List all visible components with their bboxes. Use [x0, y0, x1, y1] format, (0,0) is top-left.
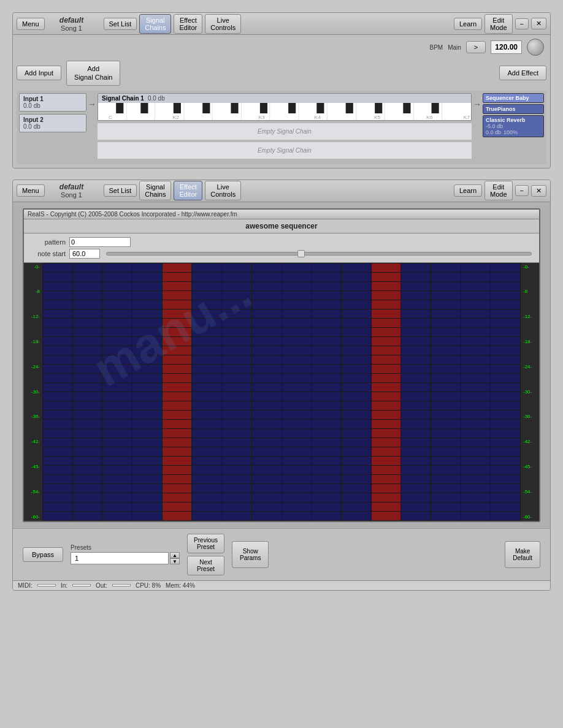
grid-cell[interactable]: [282, 447, 312, 456]
panel2-live-controls-button[interactable]: Live Controls: [205, 181, 241, 200]
grid-cell[interactable]: [461, 420, 491, 428]
grid-cell[interactable]: [252, 383, 282, 392]
grid-cell[interactable]: [491, 273, 520, 281]
grid-cell[interactable]: [342, 392, 371, 401]
grid-cell[interactable]: [163, 392, 192, 401]
grid-cell[interactable]: [282, 328, 312, 336]
grid-cell[interactable]: [461, 457, 491, 465]
grid-cell[interactable]: [461, 392, 491, 401]
grid-cell[interactable]: [312, 411, 341, 419]
panel2-learn-button[interactable]: Learn: [454, 184, 482, 197]
effect-true-pianos[interactable]: TruePianos: [483, 104, 544, 114]
grid-cell[interactable]: [132, 337, 162, 346]
grid-cell[interactable]: [342, 355, 371, 364]
grid-cell[interactable]: [43, 447, 72, 456]
grid-cell[interactable]: [461, 383, 491, 392]
grid-cell[interactable]: [43, 355, 72, 364]
grid-cell[interactable]: [102, 420, 132, 428]
grid-cell[interactable]: [312, 429, 341, 438]
grid-cell[interactable]: [132, 383, 162, 392]
grid-cell[interactable]: [192, 346, 221, 355]
grid-cell[interactable]: [192, 300, 221, 309]
grid-cell[interactable]: [312, 273, 341, 281]
grid-cell[interactable]: [401, 475, 431, 483]
grid-cell[interactable]: [132, 300, 162, 309]
grid-cell[interactable]: [132, 374, 162, 382]
grid-cell[interactable]: [163, 319, 192, 327]
grid-cell[interactable]: [282, 337, 312, 346]
grid-cell[interactable]: [163, 300, 192, 309]
grid-cell[interactable]: [461, 493, 491, 502]
grid-cell[interactable]: [163, 264, 192, 272]
grid-cell[interactable]: [252, 309, 282, 318]
menu-button[interactable]: Menu: [17, 18, 45, 30]
grid-cell[interactable]: [342, 374, 371, 382]
grid-cell[interactable]: [222, 401, 251, 410]
grid-cell[interactable]: [132, 438, 162, 447]
grid-cell[interactable]: [431, 328, 461, 336]
grid-cell[interactable]: [132, 282, 162, 290]
signal-chains-button[interactable]: Signal Chains: [139, 14, 171, 34]
grid-cell[interactable]: [372, 466, 401, 474]
grid-cell[interactable]: [312, 355, 341, 364]
grid-cell[interactable]: [43, 264, 72, 272]
grid-cell[interactable]: [102, 447, 132, 456]
grid-cell[interactable]: [372, 300, 401, 309]
effect-editor-button[interactable]: Effect Editor: [174, 14, 202, 34]
grid-cell[interactable]: [222, 512, 251, 520]
grid-cell[interactable]: [431, 319, 461, 327]
grid-cell[interactable]: [192, 273, 221, 281]
grid-cell[interactable]: [132, 502, 162, 511]
grid-cell[interactable]: [102, 328, 132, 336]
grid-cell[interactable]: [43, 282, 72, 290]
grid-cell[interactable]: [132, 309, 162, 318]
effect-sequencer-baby[interactable]: Sequencer Baby: [483, 93, 544, 103]
grid-cell[interactable]: [163, 328, 192, 336]
grid-cell[interactable]: [282, 429, 312, 438]
grid-cell[interactable]: [282, 484, 312, 493]
grid-cell[interactable]: [401, 512, 431, 520]
grid-cell[interactable]: [222, 493, 251, 502]
grid-cell[interactable]: [461, 282, 491, 290]
grid-col-0[interactable]: [43, 264, 72, 520]
grid-cell[interactable]: [222, 447, 251, 456]
grid-cell[interactable]: [431, 346, 461, 355]
grid-cell[interactable]: [252, 457, 282, 465]
grid-cell[interactable]: [401, 447, 431, 456]
grid-cell[interactable]: [192, 484, 221, 493]
grid-cell[interactable]: [43, 346, 72, 355]
bpm-value[interactable]: 120.00: [491, 40, 522, 54]
grid-cell[interactable]: [372, 383, 401, 392]
grid-cell[interactable]: [43, 466, 72, 474]
grid-cell[interactable]: [461, 365, 491, 373]
grid-cell[interactable]: [163, 493, 192, 502]
grid-cell[interactable]: [431, 466, 461, 474]
grid-cell[interactable]: [222, 328, 251, 336]
grid-cell[interactable]: [252, 374, 282, 382]
grid-cell[interactable]: [372, 355, 401, 364]
grid-cell[interactable]: [252, 282, 282, 290]
grid-cell[interactable]: [192, 392, 221, 401]
grid-cell[interactable]: [401, 457, 431, 465]
grid-cell[interactable]: [282, 457, 312, 465]
grid-cell[interactable]: [43, 319, 72, 327]
grid-cell[interactable]: [163, 337, 192, 346]
grid-cell[interactable]: [342, 502, 371, 511]
grid-cell[interactable]: [431, 291, 461, 300]
grid-cell[interactable]: [461, 401, 491, 410]
grid-cell[interactable]: [431, 309, 461, 318]
grid-cell[interactable]: [102, 374, 132, 382]
grid-cell[interactable]: [491, 346, 520, 355]
grid-cell[interactable]: [132, 466, 162, 474]
grid-cell[interactable]: [102, 319, 132, 327]
grid-cell[interactable]: [222, 282, 251, 290]
grid-cell[interactable]: [401, 429, 431, 438]
grid-cell[interactable]: [252, 502, 282, 511]
grid-cell[interactable]: [401, 401, 431, 410]
grid-cell[interactable]: [461, 300, 491, 309]
grid-cell[interactable]: [163, 447, 192, 456]
grid-cell[interactable]: [491, 502, 520, 511]
main-knob[interactable]: [527, 39, 544, 56]
grid-cell[interactable]: [252, 328, 282, 336]
grid-cell[interactable]: [312, 264, 341, 272]
